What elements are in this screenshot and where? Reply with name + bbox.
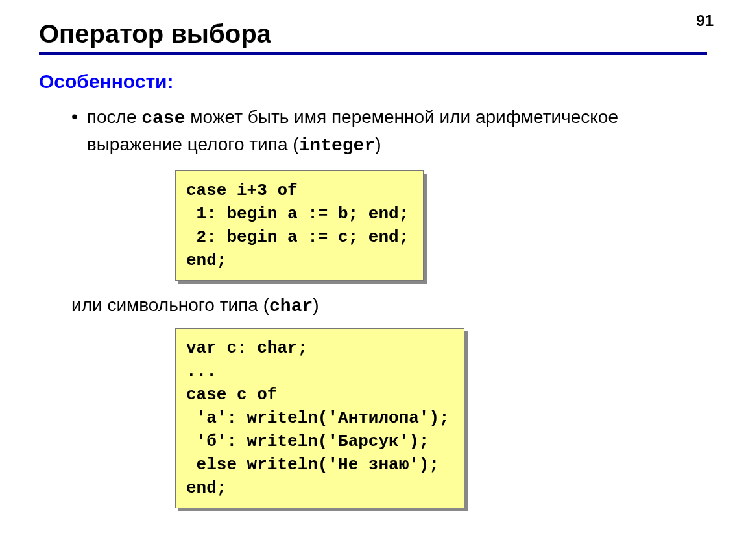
keyword-case: case (141, 108, 185, 128)
code-block-1: case i+3 of 1: begin a := b; end; 2: beg… (175, 170, 424, 281)
mid-pre: или символьного типа ( (71, 295, 269, 315)
mid-text: или символьного типа (char) (71, 295, 707, 316)
title-rule (39, 52, 707, 55)
page-number: 91 (696, 12, 714, 30)
keyword-integer: integer (299, 135, 376, 156)
bullet-post: ) (375, 134, 381, 154)
keyword-char: char (269, 296, 313, 316)
code-block-2-wrap: var c: char; ... case c of 'а': writeln(… (175, 328, 707, 508)
slide: 91 Оператор выбора Особенности: • после … (0, 0, 746, 560)
mid-post: ) (313, 295, 319, 315)
section-label: Особенности: (39, 71, 707, 93)
bullet-dot-icon: • (71, 104, 78, 129)
code-block-1-wrap: case i+3 of 1: begin a := b; end; 2: beg… (175, 170, 707, 281)
bullet-pre: после (87, 107, 141, 127)
code-block-2: var c: char; ... case c of 'а': writeln(… (175, 328, 464, 508)
bullet-text: после case может быть имя переменной или… (87, 104, 707, 159)
bullet-item: • после case может быть имя переменной и… (71, 104, 707, 159)
slide-title: Оператор выбора (39, 19, 707, 49)
